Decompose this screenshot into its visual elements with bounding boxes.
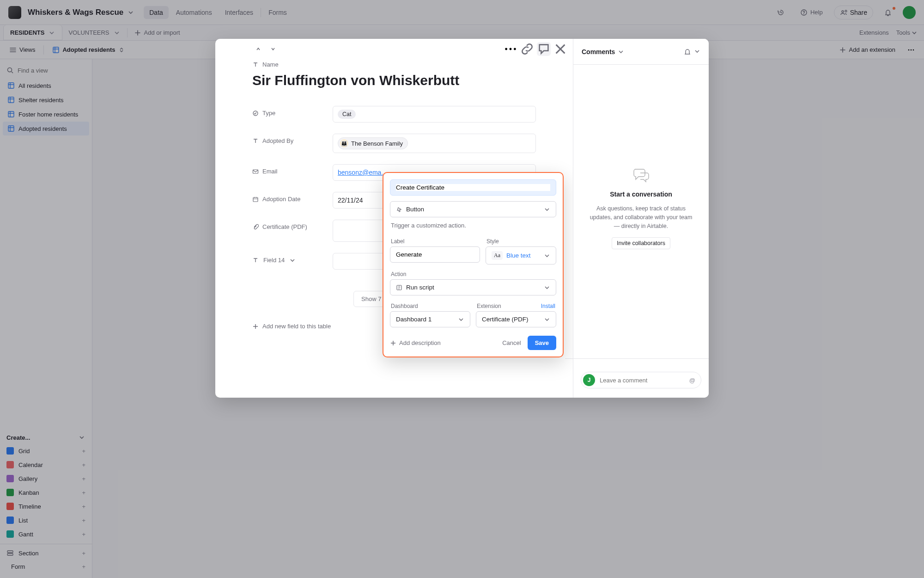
install-link[interactable]: Install [541,303,555,309]
chevron-down-icon [544,284,550,291]
button-label-input[interactable] [390,246,480,263]
field-adopted-by-label: Adopted By [252,134,327,144]
chevron-down-icon[interactable] [694,48,700,55]
comments-empty-title: Start a conversation [610,191,672,198]
record-modal: Name Sir Fluffington von Whiskerbutt Typ… [215,39,709,398]
chevron-down-icon [544,206,550,213]
field-type-label: Type [252,106,327,117]
chevron-down-icon [544,252,550,259]
close-modal-button[interactable] [553,42,567,56]
chevron-down-icon [618,49,624,55]
linked-record-icon: 👪 [340,139,348,148]
email-icon [252,168,259,175]
cancel-button[interactable]: Cancel [496,336,527,350]
field-adopted-by-value[interactable]: 👪 The Benson Family [333,134,536,153]
more-actions-button[interactable] [504,42,517,56]
save-button[interactable]: Save [528,336,556,350]
text-field-icon [252,138,259,144]
field-config-popover: Button Trigger a customized action. Labe… [383,172,564,357]
field-type-select[interactable]: Button [390,201,556,217]
extension-label-row: Extension Install [477,303,555,309]
avatar: J [583,374,595,386]
mention-button[interactable]: @ [689,377,695,384]
chevron-down-icon [289,257,296,264]
style-label: Style [486,238,555,245]
chevron-down-icon [544,316,550,323]
invite-collaborators-button[interactable]: Invite collaborators [612,237,670,249]
field-name-input[interactable] [390,179,556,196]
extension-select[interactable]: Certificate (PDF) [476,311,556,327]
chevron-down-icon [458,316,464,323]
attachment-icon [252,224,259,230]
add-description-button[interactable]: Add description [390,339,441,346]
svg-point-14 [505,48,507,50]
single-select-icon [252,110,259,117]
comments-pane: Comments Start a conversation Ask questi… [573,39,709,398]
comment-text-input[interactable] [600,377,685,384]
comments-tab[interactable]: Comments [582,48,624,55]
button-style-select[interactable]: Aa Blue text [486,246,556,264]
dashboard-label: Dashboard [391,303,469,309]
text-field-icon [252,61,259,68]
svg-point-15 [510,48,512,50]
field-email-label: Email [252,164,327,175]
copy-link-button[interactable] [520,42,534,56]
svg-point-16 [514,48,516,50]
dashboard-select[interactable]: Dashboard 1 [390,311,470,327]
chat-bubble-icon [632,167,650,184]
text-field-icon [252,257,259,264]
modal-header [215,39,573,59]
watch-button[interactable] [684,48,691,55]
comments-empty-body: Ask questions, keep track of status upda… [587,204,695,230]
comment-input[interactable]: J @ [581,372,701,388]
plus-icon [252,323,259,330]
style-preview-icon: Aa [492,251,503,260]
button-field-icon [396,206,402,213]
record-title[interactable]: Sir Fluffington von Whiskerbutt [252,73,536,88]
toggle-comments-button[interactable] [537,42,551,56]
field-type-value[interactable]: Cat [333,106,536,123]
name-field-label: Name [252,61,536,68]
action-label: Action [391,271,555,277]
next-record-button[interactable] [266,42,280,56]
field-adoption-date-label: Adoption Date [252,192,327,203]
label-label: Label [391,238,479,245]
modal-overlay[interactable]: Name Sir Fluffington von Whiskerbutt Typ… [0,0,924,578]
field-type-description: Trigger a customized action. [391,222,555,229]
svg-rect-19 [253,197,258,202]
date-icon [252,196,259,203]
prev-record-button[interactable] [251,42,265,56]
button-action-select[interactable]: Run script [390,279,556,295]
field-certificate-label: Certificate (PDF) [252,220,327,230]
field-14-label[interactable]: Field 14 [252,253,327,264]
script-icon [396,284,402,291]
plus-icon [390,340,396,346]
